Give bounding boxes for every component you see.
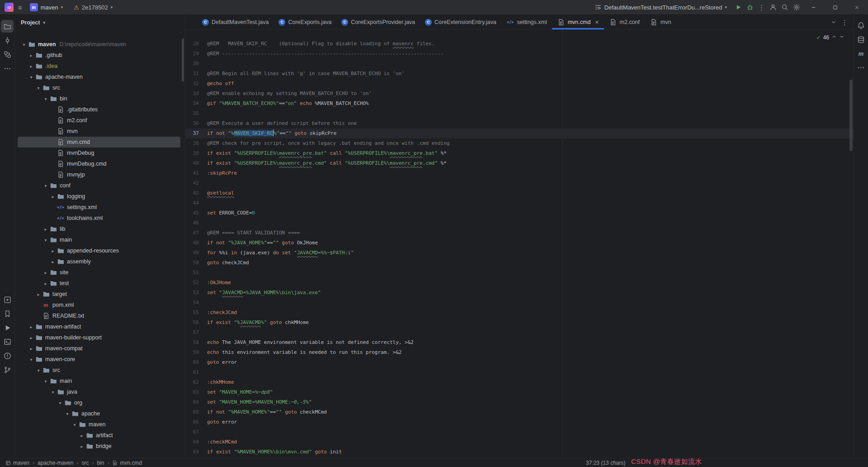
line-number[interactable]: 50	[185, 258, 199, 268]
chevron-expanded-icon[interactable]: ▾	[28, 75, 35, 80]
line-number[interactable]: 48	[185, 238, 199, 248]
editor-line-33[interactable]: 33@REM enable echoing my setting MAVEN_B…	[185, 89, 854, 99]
toolwindow-more-horizontal-button[interactable]	[1, 62, 14, 75]
editor-line-34[interactable]: 34@if "%MAVEN_BATCH_ECHO%"=="on" echo %M…	[185, 99, 854, 109]
editor-line-31[interactable]: 31@REM Begin all REM lines with '@' in c…	[185, 69, 854, 79]
line-number[interactable]: 37	[185, 129, 199, 138]
editor-line-59[interactable]: 59echo this environment variable is need…	[185, 348, 854, 357]
line-number[interactable]: 51	[185, 268, 199, 278]
editor-line-61[interactable]: 61	[185, 367, 854, 377]
line-number[interactable]: 44	[185, 198, 199, 208]
editor-line-39[interactable]: 39if exist "%USERPROFILE%\mavenrc_pre.ba…	[185, 148, 854, 158]
chevron-expanded-icon[interactable]: ▾	[20, 42, 28, 47]
tree-item-settings.xml[interactable]: </>settings.xml	[18, 202, 180, 213]
line-number[interactable]: 68	[185, 437, 199, 447]
editor-line-32[interactable]: 32@echo off	[185, 79, 854, 89]
chevron-collapsed-icon[interactable]: ▸	[78, 433, 85, 438]
chevron-expanded-icon[interactable]: ▾	[49, 390, 57, 395]
tree-item-mvn.cmd[interactable]: mvn.cmd	[18, 137, 180, 148]
toolwindow-notifications-button[interactable]	[855, 19, 868, 32]
tab-CoreExports.java[interactable]: CCoreExports.java	[274, 15, 336, 29]
editor-line-69[interactable]: 69if exist "%MAVEN_HOME%\bin\mvn.cmd" go…	[185, 447, 854, 457]
line-number[interactable]: 40	[185, 158, 199, 168]
tree-item-.gitattributes[interactable]: .gitattributes	[18, 104, 180, 115]
tab-options-icon[interactable]: ⋮	[841, 19, 848, 26]
tree-item-toolchains.xml[interactable]: </>toolchains.xml	[18, 213, 180, 224]
line-number[interactable]: 46	[185, 218, 199, 228]
tree-item-README.txt[interactable]: README.txt	[18, 310, 180, 321]
tree-item-mvnDebug[interactable]: mvnDebug	[18, 148, 180, 158]
toolwindow-problems-button[interactable]	[1, 349, 14, 362]
editor-line-56[interactable]: 56if exist "%JAVACMD%" goto chkMHome	[185, 318, 854, 328]
tab-settings.xml[interactable]: </>settings.xml	[501, 15, 552, 29]
line-number[interactable]: 61	[185, 367, 199, 377]
run-config-widget[interactable]: DefaultMavenTest.testThatErrorDu...reSto…	[591, 2, 730, 12]
tree-item-bin[interactable]: ▾bin	[18, 93, 180, 104]
chevron-collapsed-icon[interactable]: ▸	[78, 444, 85, 449]
editor-line-57[interactable]: 57	[185, 328, 854, 338]
editor-line-46[interactable]: 46	[185, 218, 854, 228]
line-number[interactable]: 56	[185, 318, 199, 328]
line-number[interactable]: 28	[185, 39, 199, 49]
tree-item-pom.xml[interactable]: mpom.xml	[18, 300, 180, 310]
editor-line-51[interactable]: 51	[185, 268, 854, 278]
tab-CoreExtensionEntry.java[interactable]: CCoreExtensionEntry.java	[420, 15, 501, 29]
tab-mvn[interactable]: mvn	[645, 15, 676, 29]
main-menu-icon[interactable]: ≡	[18, 4, 22, 11]
chevron-expanded-icon[interactable]: ▾	[35, 368, 42, 373]
editor-line-66[interactable]: 66goto error	[185, 417, 854, 427]
editor-line-52[interactable]: 52:OkJHome	[185, 278, 854, 288]
editor[interactable]: 28@REM MAVEN_SKIP_RC (Optional) Flag to …	[185, 30, 854, 458]
tree-item-src[interactable]: ▾src	[18, 365, 180, 376]
editor-line-38[interactable]: 38@REM check for pre script, once with l…	[185, 138, 854, 148]
editor-line-28[interactable]: 28@REM MAVEN_SKIP_RC (Optional) Flag to …	[185, 39, 854, 49]
line-number[interactable]: 36	[185, 119, 199, 129]
editor-line-42[interactable]: 42	[185, 178, 854, 188]
tab-CoreExportsProvider.java[interactable]: CCoreExportsProvider.java	[336, 15, 420, 29]
breadcrumb-bin[interactable]: bin	[97, 460, 104, 466]
chevron-collapsed-icon[interactable]: ▸	[28, 335, 35, 340]
line-number[interactable]: 30	[185, 59, 199, 69]
close-button[interactable]	[848, 0, 865, 15]
tree-item-logging[interactable]: ▸logging	[18, 191, 180, 202]
editor-line-30[interactable]: 30	[185, 59, 854, 69]
chevron-expanded-icon[interactable]: ▾	[64, 411, 71, 416]
editor-line-53[interactable]: 53set "JAVACMD=%JAVA_HOME%\bin\java.exe"	[185, 288, 854, 298]
tree-item-main[interactable]: ▾main	[18, 234, 180, 245]
editor-line-35[interactable]: 35	[185, 109, 854, 119]
breadcrumb-apache-maven[interactable]: apache-maven	[38, 460, 73, 466]
tree-item-maven-artifact[interactable]: ▸maven-artifact	[18, 321, 180, 332]
editor-line-44[interactable]: 44	[185, 198, 854, 208]
line-number[interactable]: 33	[185, 89, 199, 99]
tree-item-maven-builder-support[interactable]: ▸maven-builder-support	[18, 332, 180, 343]
toolwindow-project-button[interactable]	[1, 20, 14, 33]
line-number[interactable]: 59	[185, 348, 199, 357]
tab-m2.conf[interactable]: m2.conf	[604, 15, 645, 29]
chevron-expanded-icon[interactable]: ▾	[35, 86, 42, 91]
editor-line-45[interactable]: 45set ERROR_CODE=0	[185, 208, 854, 218]
chevron-expanded-icon[interactable]: ▾	[42, 96, 49, 101]
editor-line-67[interactable]: 67	[185, 427, 854, 437]
tree-item-artifact[interactable]: ▸artifact	[18, 430, 180, 441]
tree-item-bridge[interactable]: ▸bridge	[18, 441, 180, 452]
breadcrumb-src[interactable]: src	[81, 460, 89, 466]
chevron-collapsed-icon[interactable]: ▸	[49, 194, 57, 199]
tree-item-.github[interactable]: ▸.github	[18, 50, 180, 61]
tree-item-maven[interactable]: ▾mavenD:\repo\code\maven\maven	[18, 39, 180, 50]
editor-line-36[interactable]: 36@REM Execute a user defined script bef…	[185, 119, 854, 129]
tab-DefaultMavenTest.java[interactable]: CDefaultMavenTest.java	[197, 15, 274, 29]
line-number[interactable]: 38	[185, 138, 199, 148]
project-scrollbar[interactable]	[182, 38, 184, 82]
prev-problem-icon[interactable]	[831, 33, 837, 43]
line-number[interactable]: 41	[185, 168, 199, 178]
editor-line-65[interactable]: 65if not "%MAVEN_HOME%"=="" goto checkMC…	[185, 407, 854, 417]
line-number[interactable]: 43	[185, 188, 199, 198]
chevron-expanded-icon[interactable]: ▾	[57, 400, 64, 405]
tree-item-maven-compat[interactable]: ▸maven-compat	[18, 343, 180, 354]
toolwindow-maven-tool-button[interactable]: m	[855, 47, 868, 60]
tree-item-mvnyjp[interactable]: mvnyjp	[18, 169, 180, 180]
editor-line-55[interactable]: 55:checkJCmd	[185, 308, 854, 318]
editor-line-48[interactable]: 48if not "%JAVA_HOME%"=="" goto OkJHome	[185, 238, 854, 248]
hidden-tabs-icon[interactable]	[830, 19, 837, 25]
tree-item-test[interactable]: ▸test	[18, 278, 180, 289]
